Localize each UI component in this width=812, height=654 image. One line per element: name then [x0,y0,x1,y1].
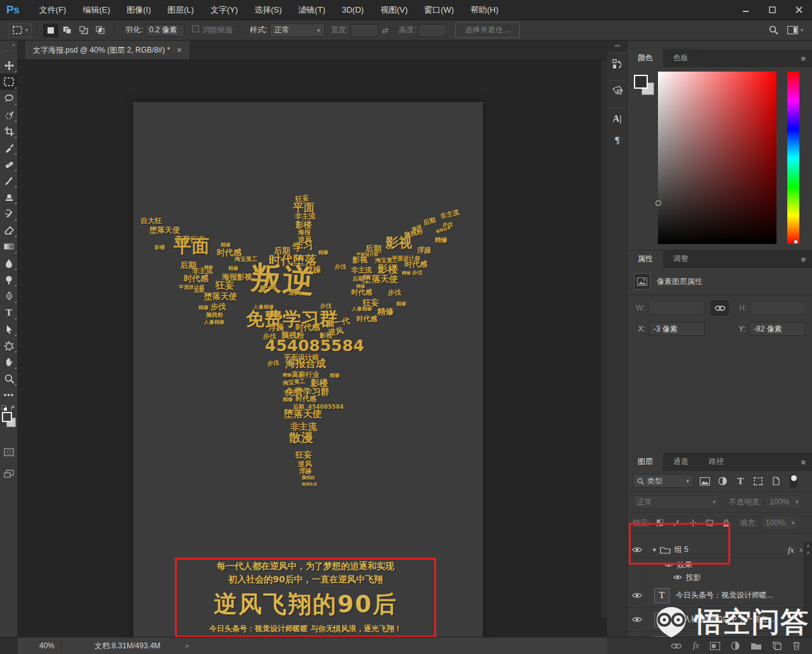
link-layers-icon[interactable] [671,643,682,649]
workspace-switcher[interactable]: ▾ [787,26,803,34]
hue-slider-marker[interactable] [794,240,798,244]
screen-mode-button[interactable] [0,465,18,482]
selection-mode-add[interactable] [60,23,75,37]
menu-view[interactable]: 视图(V) [372,0,416,20]
gradient-tool[interactable] [0,238,18,255]
properties-panel-menu-icon[interactable]: ≡ [794,251,812,268]
custom-shape-tool[interactable] [0,337,18,354]
move-tool[interactable] [0,57,18,74]
brush-tool[interactable] [0,172,18,189]
new-group-icon[interactable] [751,642,762,650]
dodge-tool[interactable] [0,271,18,288]
zoom-tool[interactable] [0,370,18,387]
add-layer-mask-icon[interactable] [710,642,720,650]
blend-mode-dropdown[interactable]: 正常▾ [633,495,720,509]
crop-tool[interactable] [0,123,18,139]
tab-color[interactable]: 颜色 [628,49,663,67]
tab-layers[interactable]: 图层 [628,452,663,471]
width-input[interactable] [351,24,378,37]
filter-adjustment-layers-icon[interactable] [716,475,729,487]
clone-stamp-tool[interactable] [0,189,18,205]
expand-panels-arrows[interactable]: «« [607,41,627,51]
color-field-marker[interactable] [655,200,661,206]
visibility-eye-icon[interactable] [628,608,647,631]
tab-adjustments[interactable]: 调整 [663,250,699,268]
effects-collapse-chevron[interactable]: ∧ [799,547,803,553]
new-layer-icon[interactable] [773,641,782,650]
effect-eye-icon[interactable] [673,574,682,580]
tab-channels[interactable]: 通道 [663,452,699,471]
anti-alias-checkbox[interactable] [192,25,199,32]
character-panel-icon[interactable]: A| [610,111,625,126]
maximize-button[interactable] [759,2,785,18]
adjustment-layer-icon[interactable] [731,641,740,650]
type-tool[interactable]: T [0,304,18,321]
spot-healing-brush-tool[interactable] [0,156,18,172]
swap-dimensions-icon[interactable]: ⇄ [382,26,389,35]
menu-edit[interactable]: 编辑(E) [74,0,118,20]
y-property-input[interactable]: -82 像素 [749,322,805,336]
filter-smart-objects-icon[interactable] [770,475,782,487]
saturation-brightness-field[interactable] [658,72,777,244]
layer-filter-dropdown[interactable]: 类型▾ [633,474,693,488]
opacity-dropdown[interactable]: 100%▾ [765,495,802,509]
rectangular-marquee-tool[interactable] [0,74,18,90]
x-property-input[interactable]: -3 像素 [649,322,705,336]
drop-shadow-effect-row[interactable]: 投影 [628,571,812,584]
canvas-vertical-scrollbar[interactable] [600,60,607,617]
close-button[interactable] [785,2,812,18]
paragraph-panel-icon[interactable]: ¶ [610,132,625,148]
width-property-input[interactable] [649,301,704,315]
style-dropdown[interactable]: 正常▾ [270,23,325,37]
menu-image[interactable]: 图像(I) [119,0,159,20]
quick-mask-button[interactable] [0,444,18,460]
menu-window[interactable]: 窗口(W) [416,0,462,20]
pen-tool[interactable] [0,288,18,304]
fill-dropdown[interactable]: 100%▾ [761,516,798,530]
select-and-mask-button[interactable]: 选择并遮住… [455,22,520,38]
tab-swatches[interactable]: 色板 [663,49,699,67]
3d-panel-icon[interactable] [610,84,625,99]
layers-panel-menu-icon[interactable]: ≡ [794,454,812,471]
menu-3d[interactable]: 3D(D) [333,0,372,20]
visibility-eye-icon[interactable] [628,584,647,607]
feather-input[interactable] [145,24,184,37]
swap-colors-icon[interactable] [1,404,17,412]
menu-layer[interactable]: 图层(L) [159,0,202,20]
selection-mode-subtract[interactable] [76,23,91,37]
blur-tool[interactable] [0,255,18,271]
more-tools-ellipsis[interactable]: ••• [0,387,18,403]
menu-filter[interactable]: 滤镜(T) [290,0,334,20]
menu-help[interactable]: 帮助(H) [462,0,506,20]
menu-file[interactable]: 文件(F) [31,0,75,20]
zoom-level[interactable]: 40% [33,640,61,651]
filter-shape-layers-icon[interactable] [752,475,764,487]
selection-mode-new[interactable] [43,23,58,37]
history-panel-icon[interactable] [610,56,625,72]
path-selection-tool[interactable] [0,321,18,337]
hue-slider[interactable] [787,72,799,244]
tab-close-icon[interactable]: ✕ [176,46,182,54]
selection-mode-intersect[interactable] [93,23,108,37]
height-property-input[interactable] [751,301,806,315]
visibility-eye-icon[interactable] [628,632,647,637]
layer-style-icon[interactable]: fx [693,641,699,651]
height-input[interactable] [418,24,446,37]
menu-type[interactable]: 文字(Y) [202,0,246,20]
toolbar-grip[interactable] [4,51,13,56]
status-chevron-icon[interactable]: ＞ [183,641,191,651]
document-tab[interactable]: 文字海报.psd @ 40% (图层 2, RGB/8#) * ✕ [25,41,190,60]
eraser-tool[interactable] [0,222,18,238]
tab-properties[interactable]: 属性 [628,250,663,268]
quick-selection-tool[interactable] [0,106,18,123]
layer-filter-toggle[interactable] [790,474,797,488]
toolbar-collapse-arrows[interactable]: » [0,41,17,49]
eyedropper-tool[interactable] [0,139,18,156]
color-panel-menu-icon[interactable]: ≡ [794,50,812,67]
lasso-tool[interactable] [0,90,18,106]
panel-foreground-color[interactable] [634,75,648,89]
filter-type-layers-icon[interactable]: T [734,475,747,487]
tool-preset-picker[interactable]: ▾ [9,23,32,37]
link-dimensions-icon[interactable] [711,300,730,316]
menu-select[interactable]: 选择(S) [246,0,290,20]
